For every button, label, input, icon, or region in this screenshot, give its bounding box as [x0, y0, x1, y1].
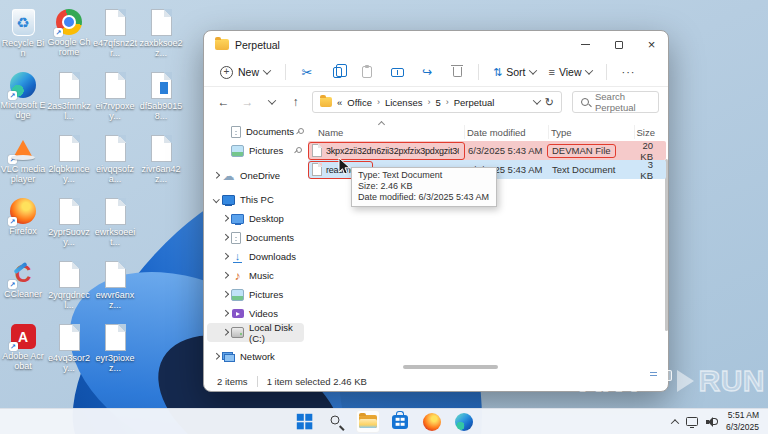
desktop-shortcut[interactable]: eivqqsofza...: [92, 132, 138, 195]
desktop-icon-label: e47qfsnz2tr...: [92, 38, 138, 59]
tree-chevron-icon[interactable]: [222, 215, 228, 221]
network-icon[interactable]: [686, 417, 698, 426]
desktop-shortcut[interactable]: 2yqrgdnccl...: [46, 258, 92, 321]
chevron-down-icon: [528, 66, 536, 74]
tree-chevron-icon[interactable]: [222, 272, 228, 278]
sidebar-item-icon: [231, 288, 244, 301]
address-dropdown-icon[interactable]: [533, 96, 541, 104]
desktop-shortcut[interactable]: 2lqbkuncey...: [46, 132, 92, 195]
desktop-shortcut[interactable]: e47qfsnz2tr...: [92, 6, 138, 69]
column-header-name[interactable]: Name: [307, 125, 465, 139]
desktop-shortcut[interactable]: CCleaner: [0, 258, 46, 321]
sidebar-item[interactable]: Local Disk (C:): [207, 323, 304, 342]
toolbar-command-button[interactable]: [324, 61, 350, 83]
desktop-icon: [151, 72, 172, 99]
sidebar-item[interactable]: Documents: [207, 122, 304, 141]
desktop-shortcut[interactable]: 2ypr5uovzy...: [46, 195, 92, 258]
close-button[interactable]: ×: [635, 31, 668, 58]
tree-chevron-icon[interactable]: [213, 196, 219, 202]
desktop-shortcut[interactable]: df5ab90158...: [138, 69, 184, 132]
hidden-icons-chevron-icon[interactable]: [671, 419, 679, 427]
sort-button[interactable]: ⇅ Sort: [487, 63, 541, 81]
minimize-button[interactable]: [569, 31, 602, 58]
desktop-shortcut[interactable]: eyr3pioxez...: [92, 321, 138, 384]
toolbar-command-button[interactable]: [384, 61, 410, 83]
column-header-type[interactable]: Type: [549, 125, 635, 139]
taskbar-button[interactable]: [452, 410, 476, 433]
file-name-cell[interactable]: 3kpx2zii32dn6zii32pxfzix3pdxgzit36mx3e..…: [308, 141, 466, 160]
desktop-shortcut[interactable]: ewrksoeeit...: [92, 195, 138, 258]
tree-chevron-icon[interactable]: [222, 234, 228, 240]
sidebar-item[interactable]: Pictures: [207, 285, 304, 304]
sidebar-item[interactable]: Pictures: [207, 141, 304, 160]
sidebar-item-label: Pictures: [249, 145, 283, 156]
desktop-icon: [59, 198, 80, 225]
back-button[interactable]: ←: [213, 92, 234, 113]
taskbar-button[interactable]: [420, 410, 444, 433]
desktop-shortcut[interactable]: ei7rvpoxey...: [92, 69, 138, 132]
recent-locations-button[interactable]: [261, 92, 282, 113]
desktop-shortcut[interactable]: Google Chrome: [46, 6, 92, 69]
desktop-shortcut[interactable]: Firefox: [0, 195, 46, 258]
breadcrumb-item[interactable]: Perpetual: [454, 97, 495, 108]
forward-button[interactable]: →: [237, 92, 258, 113]
file-row[interactable]: 3kpx2zii32dn6zii32pxfzix3pdxgzit36mx3e..…: [308, 141, 666, 160]
up-button[interactable]: ↑: [285, 92, 306, 113]
taskbar-button[interactable]: [324, 410, 348, 433]
toolbar-command-button[interactable]: [444, 61, 470, 83]
tree-chevron-icon[interactable]: [222, 329, 228, 335]
desktop-icon-label: Microsoft Edge: [0, 100, 46, 121]
desktop-shortcut[interactable]: ewvr6anxz...: [92, 258, 138, 321]
taskbar-button[interactable]: [356, 410, 380, 433]
horizontal-scrollbar[interactable]: [403, 365, 498, 369]
desktop-shortcut[interactable]: zivr6an42z...: [138, 132, 184, 195]
desktop-shortcut[interactable]: Adobe Acrobat: [0, 321, 46, 384]
new-button[interactable]: + New: [213, 63, 277, 82]
tree-chevron-icon[interactable]: [213, 172, 219, 178]
desktop-shortcut[interactable]: 2as3fmnkzl...: [46, 69, 92, 132]
desktop-shortcut[interactable]: Recycle Bin: [0, 6, 46, 69]
file-date-modified: 6/3/2025 5:43 AM: [466, 145, 550, 156]
sidebar-item[interactable]: Downloads: [207, 247, 304, 266]
sidebar-item[interactable]: Network: [207, 347, 304, 366]
taskbar-button[interactable]: [292, 410, 316, 433]
address-bar[interactable]: « Office › Licenses ›: [312, 91, 562, 113]
taskbar-clock[interactable]: 5:51 AM 6/3/2025: [726, 410, 759, 432]
sidebar-item[interactable]: Documents: [207, 228, 304, 247]
view-button[interactable]: ≡ View: [543, 63, 598, 81]
explorer-tab[interactable]: Perpetual: [204, 39, 291, 51]
breadcrumb-item[interactable]: Office: [347, 97, 372, 108]
search-box[interactable]: Search Perpetual: [572, 91, 659, 113]
tree-chevron-icon[interactable]: [213, 353, 219, 359]
sidebar-item[interactable]: Videos: [207, 304, 304, 323]
toolbar-command-button[interactable]: [294, 61, 320, 83]
taskbar-button[interactable]: [388, 410, 412, 433]
breadcrumb-item[interactable]: Licenses: [385, 97, 423, 108]
desktop-shortcut[interactable]: e4vq3sor2y...: [46, 321, 92, 384]
tree-chevron-icon[interactable]: [222, 310, 228, 316]
desktop-shortcut[interactable]: Microsoft Edge: [0, 69, 46, 132]
refresh-icon[interactable]: ↻: [545, 96, 554, 109]
desktop-shortcut[interactable]: zaxbksoe2z...: [138, 6, 184, 69]
maximize-button[interactable]: [602, 31, 635, 58]
sidebar-item-icon: [222, 350, 235, 363]
tree-chevron-icon[interactable]: [222, 253, 228, 259]
toolbar-command-button[interactable]: [354, 61, 380, 83]
sidebar-item[interactable]: This PC: [207, 190, 304, 209]
see-more-button[interactable]: ···: [615, 66, 643, 78]
volume-icon[interactable]: [706, 417, 718, 427]
column-header-date[interactable]: Date modified: [465, 125, 549, 139]
breadcrumb-item[interactable]: 5: [435, 97, 440, 108]
sidebar-item[interactable]: Music: [207, 266, 304, 285]
column-header-size[interactable]: Size: [635, 125, 668, 139]
sidebar-item-icon: [231, 126, 241, 138]
sidebar-item[interactable]: Desktop: [207, 209, 304, 228]
file-list-pane: Name Date modified Type Size 3kpx2zii32d…: [307, 117, 668, 371]
tree-chevron-icon[interactable]: [222, 291, 228, 297]
sidebar-item-label: Documents: [246, 232, 294, 243]
desktop-shortcut[interactable]: VLC media player: [0, 132, 46, 195]
toolbar-command-button[interactable]: [414, 61, 440, 83]
sidebar-item[interactable]: OneDrive: [207, 166, 304, 185]
path-overflow-indicator[interactable]: «: [337, 97, 342, 108]
desktop-icon: [105, 135, 126, 162]
